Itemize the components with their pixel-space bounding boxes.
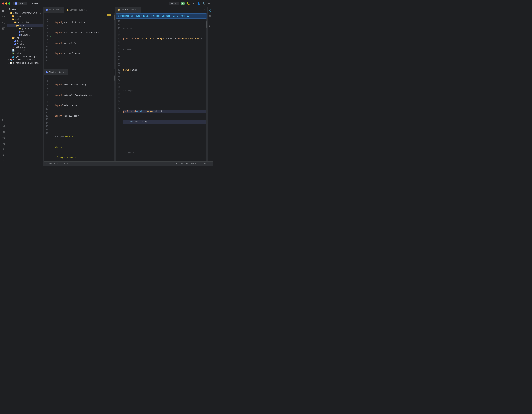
project-badge[interactable]: JD JDBC ▾	[13, 2, 27, 5]
sidebar-item-vcs[interactable]	[1, 14, 6, 20]
debug-icon[interactable]: 🐛	[186, 2, 190, 5]
right-icon-ai[interactable]: ✦	[208, 19, 212, 23]
upload-icon[interactable]	[1, 147, 6, 152]
sidebar-item-more[interactable]: ⋯	[1, 32, 6, 38]
check-gutter-1: ✓	[50, 76, 53, 79]
tab-close-main[interactable]: ✕	[61, 9, 62, 11]
tab-main-java[interactable]: ⬤ Main.java ✕	[44, 7, 65, 13]
student-line-8: @AllArgsConstructor	[55, 156, 114, 159]
svg-point-8	[3, 22, 4, 23]
tree-item-student-src[interactable]: ⬤ Student	[7, 43, 44, 46]
search-icon[interactable]: 🔍	[202, 2, 206, 5]
minimize-button[interactable]	[5, 2, 7, 4]
scrollbar-thumb[interactable]	[114, 15, 115, 20]
database-icon[interactable]	[1, 141, 6, 147]
info-icon[interactable]: ℹ	[1, 153, 6, 158]
scrollbar-track-bottom[interactable]	[114, 75, 115, 161]
terminal-icon[interactable]	[1, 117, 6, 123]
run-dashboard-icon[interactable]	[1, 135, 6, 141]
student-java-editor[interactable]: 1 2 3 4 5 6 7 8 9 10 11	[44, 75, 115, 161]
scrollbar-track-right[interactable]	[206, 19, 207, 161]
sidebar-item-project[interactable]	[1, 8, 6, 14]
scratch-icon: 📝	[10, 62, 12, 64]
svg-point-27	[210, 26, 211, 26]
sidebar-item-search[interactable]	[1, 20, 6, 26]
tree-item-main-src[interactable]: ⬤ Main	[7, 39, 44, 43]
svg-rect-1	[4, 10, 5, 11]
right-icon-notifications[interactable]	[208, 8, 212, 13]
tree-label: production	[18, 21, 29, 24]
status-path: src	[57, 162, 60, 165]
bookmark-icon[interactable]	[1, 123, 6, 129]
tree-item-production[interactable]: ▾ 📂 production	[7, 21, 44, 24]
tab-getter-class[interactable]: ⬤ Getter.class ✕	[65, 7, 89, 13]
tree-item-idea[interactable]: ▶ 📂 .idea	[7, 15, 44, 18]
key-icon[interactable]	[1, 159, 6, 164]
scrollbar-thumb-bottom[interactable]	[114, 76, 115, 81]
tab-more-button[interactable]: ⋮	[110, 9, 115, 11]
settings-icon[interactable]: ⚙	[207, 2, 211, 5]
tree-label: JDBC ~/Desktop/CS/Ja...	[13, 12, 41, 14]
right-activity-bar: ✦	[208, 7, 213, 161]
right-icon-database[interactable]	[208, 13, 212, 18]
status-position[interactable]: 14:1	[180, 162, 184, 165]
info-circle-icon: ℹ	[118, 15, 119, 17]
run-config-badge[interactable]: Main ▾	[170, 2, 179, 5]
tab-more-right[interactable]: ⋮	[202, 9, 207, 11]
right-icon-copilot[interactable]	[208, 24, 212, 28]
tab-label: Student.java	[49, 71, 64, 74]
run-gutter-6[interactable]: ▶	[50, 31, 53, 35]
editor-area: ⬤ Main.java ✕ ⬤ Getter.class ✕ ⋮	[44, 7, 213, 166]
folder-icon: 📂	[12, 37, 15, 39]
editor-panes: ⬤ Main.java ✕ ⬤ Getter.class ✕ ⋮	[44, 7, 213, 161]
tree-item-main-class[interactable]: ⬤ Main	[7, 30, 44, 33]
tab-student-class[interactable]: ⬤ Student.class ✕	[116, 7, 142, 13]
svg-rect-10	[2, 28, 5, 28]
tab-close-student[interactable]: ✕	[65, 71, 66, 73]
project-dropdown[interactable]: ▾	[24, 2, 26, 5]
tree-item-scratches[interactable]: ▶ 📝 Scratches and Consoles	[7, 61, 44, 65]
svg-point-22	[3, 161, 4, 162]
scrollbar-track[interactable]	[114, 13, 115, 69]
status-encoding[interactable]: UTF-8	[191, 162, 196, 165]
tree-item-jdbc-iml[interactable]: 📄 JDBC.iml	[7, 49, 44, 52]
scrollbar-thumb-right[interactable]	[206, 21, 207, 28]
tree-item-jdbc-root[interactable]: ▾ 📁 JDBC ~/Desktop/CS/Ja...	[7, 11, 44, 15]
tree-item-gitignore[interactable]: ⦾ .gitignore	[7, 46, 44, 49]
tab-more-button-bottom[interactable]: ⋮	[110, 71, 115, 74]
tree-item-jdbc-folder[interactable]: ▾ 📂 JDBC	[7, 24, 44, 27]
build-icon[interactable]	[1, 129, 6, 135]
class-line-13: no usages	[123, 151, 206, 155]
tree-item-external-libraries[interactable]: ▶ 📚 External Libraries	[7, 58, 44, 61]
chevron-down-icon: ▾	[14, 25, 16, 26]
tree-item-src[interactable]: ▾ 📂 src	[7, 36, 44, 39]
student-class-editor[interactable]: 17 18 19 20 21 22 23 24 25 26 27 28	[116, 19, 207, 161]
tree-item-lombok-jar[interactable]: ▶ 🗜 lombok.jar	[7, 52, 44, 55]
sidebar-dropdown[interactable]: ▾	[19, 8, 20, 10]
tree-label: out	[15, 18, 19, 20]
code-lines-class: no usages private final AtomicReference<…	[122, 19, 207, 161]
tab-close-getter[interactable]: ✕	[86, 9, 87, 11]
tab-close-student-class[interactable]: ✕	[138, 9, 139, 11]
tree-item-out[interactable]: ▾ 📂 out	[7, 18, 44, 21]
more-icon[interactable]: ⋯	[192, 2, 195, 5]
tree-item-student-class[interactable]: ⬤ Student	[7, 33, 44, 36]
close-button[interactable]	[2, 2, 4, 4]
tree-item-generated[interactable]: 📁 generated	[7, 27, 44, 30]
main-layout: ⋯	[0, 7, 213, 166]
status-line-ending[interactable]: LF	[186, 162, 189, 165]
profile-icon[interactable]: 👤	[197, 2, 200, 5]
maximize-button[interactable]	[8, 2, 10, 4]
tab-label: Getter.class	[70, 9, 85, 11]
run-gutter-7[interactable]: ▶	[50, 35, 53, 38]
status-share-icon[interactable]: ⬡	[210, 162, 211, 165]
branch-badge[interactable]: ⎇ master ▾	[29, 2, 42, 5]
sidebar-title: Project	[9, 8, 18, 10]
run-button[interactable]: ▶	[181, 1, 185, 5]
tab-student-java[interactable]: ⬤ Student.java ✕	[44, 69, 68, 75]
status-indent[interactable]: 4 spaces	[199, 162, 208, 165]
sidebar-item-structure[interactable]	[1, 26, 6, 31]
status-branch[interactable]: ⎇ JDBC	[45, 162, 53, 165]
main-java-editor[interactable]: ⚠ 5 1 2 3 4 5	[44, 13, 115, 69]
tree-item-mysql[interactable]: 🗜 mysql-connector-j-8.	[7, 55, 44, 58]
